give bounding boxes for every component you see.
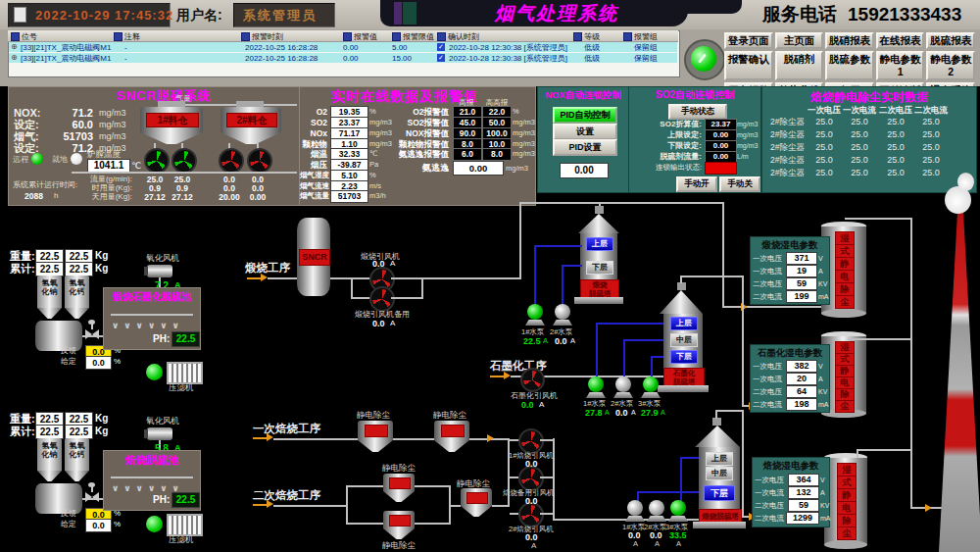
tower1-pump-1[interactable] xyxy=(527,304,543,320)
nav-online-report[interactable]: 在线报表 xyxy=(876,32,925,49)
oxidation-fan-motor-icon[interactable] xyxy=(147,427,172,440)
feeder-fan-2-icon[interactable] xyxy=(172,148,197,174)
alarm-level: 低级 xyxy=(584,55,600,63)
tower2-pump-2[interactable] xyxy=(615,376,631,392)
press-run-lamp xyxy=(146,516,163,532)
wesp-row-unit: V xyxy=(818,363,823,370)
esp-row-label: 2#除尘器 xyxy=(770,130,805,139)
feeder-fan-3-icon[interactable] xyxy=(219,148,244,174)
pipe xyxy=(391,277,423,279)
filter-press-icon[interactable] xyxy=(167,362,203,384)
valve-icon[interactable] xyxy=(92,492,99,502)
tower2-pump-1[interactable] xyxy=(588,376,604,392)
tower3-pump-1[interactable] xyxy=(627,500,643,516)
manual-open-button[interactable]: 手动开 xyxy=(676,176,717,192)
alarm-col-time[interactable]: 报警时刻 xyxy=(252,33,283,41)
filter-press-icon[interactable] xyxy=(167,514,203,536)
manual-close-button[interactable]: 手动关 xyxy=(719,176,760,192)
ammonia-escape-value: 0.00 xyxy=(453,161,504,176)
esp-val: 25.0 xyxy=(878,143,913,152)
wesp-row-unit: KV xyxy=(818,388,827,395)
alarm-col-ack[interactable]: 确认时刻 xyxy=(448,33,479,41)
rt-label: 颗粒物 xyxy=(300,140,327,149)
alarm-limit: 5.00 xyxy=(392,44,408,52)
pid-auto-button[interactable]: PID自动控制 xyxy=(553,107,617,124)
tower3-middle-band: 中层 xyxy=(706,467,733,480)
nav-denox-agent[interactable]: 脱硝剂 xyxy=(775,51,824,80)
esp-val: 25.0 xyxy=(913,143,949,152)
wesp-char: 尘 xyxy=(835,295,855,309)
esp-row-label: 2#除尘器 xyxy=(770,156,805,165)
feedback-label: 反馈 xyxy=(61,347,76,355)
esp-hopper-tag xyxy=(441,425,465,437)
total-unit: Kg xyxy=(95,427,108,436)
sncr-row-value: 71.2 xyxy=(52,108,93,119)
wesp-row-value: 364 xyxy=(788,474,819,486)
datetime-text: 2022-10-29 17:45:32 xyxy=(35,9,173,22)
alarm-col-note[interactable]: 注释 xyxy=(124,33,140,41)
pipe xyxy=(742,276,744,407)
alarm-col-value[interactable]: 报警值 xyxy=(354,33,377,41)
pump-label: 1#水泵 xyxy=(521,328,544,336)
nav-esp-params-1[interactable]: 静电参数1 xyxy=(876,51,925,80)
pump-current: 27.8 xyxy=(585,409,603,418)
feeder-fan-1-icon[interactable] xyxy=(144,148,170,174)
calcine-id-fan-standby-icon[interactable] xyxy=(369,286,395,312)
pump-base xyxy=(586,392,606,398)
nav-denox-report[interactable]: 脱硝报表 xyxy=(825,32,874,49)
col-icon xyxy=(623,32,632,41)
alarm-col-level[interactable]: 等级 xyxy=(584,33,600,41)
rt-label: SO2 xyxy=(300,119,327,127)
oxidation-fan-motor-icon[interactable] xyxy=(147,265,172,277)
sncr-reactor-label: SNCR xyxy=(299,249,330,266)
nav-alarm-ack[interactable]: 报警确认 xyxy=(724,51,773,80)
alarm-col-limit[interactable]: 报警限值 xyxy=(403,33,434,41)
username-value: 系统管理员 xyxy=(243,9,317,22)
nav-home[interactable]: 主页面 xyxy=(775,32,824,49)
water-pipe xyxy=(651,356,663,358)
nav-desulf-params[interactable]: 脱硫参数 xyxy=(825,51,874,80)
motor-cap xyxy=(144,429,148,438)
manual-mode-button[interactable]: 手动状态 xyxy=(668,104,727,120)
tower1-pump-2[interactable] xyxy=(555,304,570,320)
valve-icon[interactable] xyxy=(85,329,92,339)
rt-alarm-unit: mg/m3 xyxy=(513,140,535,148)
tower3-pump-3[interactable] xyxy=(670,500,686,516)
nav-esp-params-2[interactable]: 静电参数2 xyxy=(926,51,975,80)
pump-base xyxy=(641,392,661,398)
feeder-fan-4-icon[interactable] xyxy=(247,148,272,174)
col-icon xyxy=(573,32,582,41)
water-pipe xyxy=(680,457,699,459)
nav-desulf-report[interactable]: 脱硫报表 xyxy=(926,32,975,49)
nox-output-value: 0.00 xyxy=(560,163,609,178)
total-value-2: 22.5 xyxy=(65,262,93,276)
pipe xyxy=(519,202,724,204)
pipe xyxy=(421,279,423,299)
col-icon xyxy=(241,32,250,41)
esp-hopper-label: 静电除尘 xyxy=(382,464,416,473)
esp-col: 一次电压 xyxy=(807,106,842,115)
water-pipe xyxy=(623,339,625,376)
oxidation-fan-label: 氧化风机 xyxy=(146,254,179,263)
rt-alarm-label: NOX报警值 xyxy=(359,129,449,138)
tower3-pump-2[interactable] xyxy=(649,500,664,516)
nav-login[interactable]: 登录页面 xyxy=(724,32,773,49)
wesp-row-label: 一次电压 xyxy=(753,255,782,263)
tower2-name: 石墨化 脱硫塔 xyxy=(663,368,705,387)
alarm-col-group[interactable]: 报警组 xyxy=(634,33,658,41)
wesp-row-label: 一次电压 xyxy=(755,477,784,484)
valve-icon[interactable] xyxy=(92,329,99,339)
tower2-pump-3[interactable] xyxy=(643,376,659,392)
set-button[interactable]: 设置 xyxy=(553,124,617,140)
wesp-row-unit: KV xyxy=(820,502,829,509)
esp-val: 25.0 xyxy=(807,169,842,177)
username-label: 用户名: xyxy=(176,8,222,22)
alarm-col-tag[interactable]: 位号 xyxy=(22,33,37,41)
pump-label: 2#水泵 xyxy=(550,328,572,336)
valve-icon[interactable] xyxy=(85,492,92,502)
tower2-lower-band: 下层 xyxy=(670,350,698,364)
graphitization-id-fan-icon[interactable] xyxy=(520,368,545,392)
wesp-row-unit: V xyxy=(820,477,825,483)
weight-unit: Kg xyxy=(95,251,108,261)
pid-set-button[interactable]: PID设置 xyxy=(553,139,617,156)
